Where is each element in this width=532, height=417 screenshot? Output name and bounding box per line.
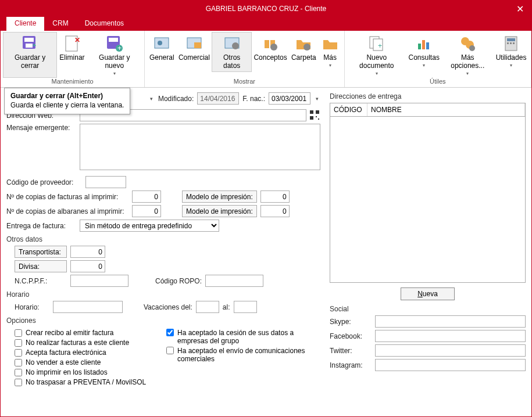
- svg-text:+: +: [117, 44, 122, 52]
- check-no-realizar[interactable]: No realizar facturas a este cliente: [15, 339, 160, 347]
- otros-datos-title: Otros datos: [6, 235, 320, 243]
- save-new-icon: +: [105, 34, 124, 53]
- ribbon-carpeta[interactable]: Carpeta: [289, 32, 318, 72]
- ncopias-fact-input[interactable]: [132, 190, 161, 203]
- svg-rect-1: [24, 38, 34, 42]
- ribbon-eliminar[interactable]: ✕ Eliminar: [57, 32, 87, 78]
- modificado-label: Modificado:: [158, 95, 194, 103]
- check-no-vender[interactable]: No vender a este cliente: [15, 358, 160, 366]
- vacaciones-al-input[interactable]: [234, 301, 257, 313]
- right-panel: Direcciones de entrega CÓDIGO NOMBRE NNu…: [326, 88, 531, 417]
- window-title: GABRIEL BARRANCO CRUZ - Cliente: [206, 5, 327, 13]
- svg-rect-36: [316, 116, 317, 117]
- twitter-input[interactable]: [375, 344, 526, 357]
- transportista-input[interactable]: [70, 246, 105, 258]
- ribbon-group-label: Mostrar: [234, 78, 255, 85]
- chevron-down-icon: ▾: [376, 71, 378, 76]
- chevron-down-icon: ▾: [329, 63, 331, 68]
- horario-title: Horario: [6, 290, 320, 299]
- check-no-imprimir[interactable]: No imprimir en los listados: [15, 368, 160, 376]
- ncopias-fact-label: Nº de copias de facturas al imprimir:: [6, 193, 128, 201]
- ribbon-utilidades[interactable]: Utilidades ▾: [494, 32, 529, 78]
- direcciones-table[interactable]: CÓDIGO NOMBRE: [330, 103, 526, 283]
- check-acepta-comms[interactable]: Ha aceptado el envío de comunicaciones c…: [166, 347, 320, 363]
- modelo-alb-input[interactable]: [260, 205, 290, 217]
- svg-rect-6: [109, 38, 118, 42]
- tab-cliente[interactable]: Cliente: [6, 17, 44, 31]
- divisa-input[interactable]: [70, 260, 105, 272]
- ribbon-conceptos[interactable]: Conceptos: [252, 32, 289, 72]
- horario-input[interactable]: [53, 301, 123, 313]
- chevron-down-icon: ▾: [466, 71, 469, 76]
- al-label: al:: [223, 303, 230, 311]
- main-tabs: Cliente CRM Documentos: [1, 17, 531, 31]
- tooltip-body: Guarda el cliente y cierra la ventana.: [10, 101, 124, 109]
- modelo-impresion-fact-button[interactable]: Modelo de impresión:: [182, 190, 257, 203]
- check-acepta-cesion[interactable]: Ha aceptado la cesión de sus datos a emp…: [166, 329, 320, 345]
- mensaje-textarea[interactable]: [80, 124, 320, 170]
- ribbon: Guardar y cerrar ✕ Eliminar + Guardar y …: [1, 31, 531, 88]
- vacaciones-del-label: Vacaciones del:: [144, 303, 192, 311]
- codigo-proveedor-input[interactable]: [85, 176, 126, 188]
- modelo-fact-input[interactable]: [260, 190, 290, 203]
- chevron-down-icon: ▾: [423, 63, 425, 68]
- fnac-label: F. nac.:: [242, 95, 265, 103]
- close-button[interactable]: ✕: [508, 1, 531, 17]
- modelo-impresion-alb-button[interactable]: Modelo de impresión:: [182, 205, 257, 217]
- entrega-factura-label: Entrega de factura:: [6, 222, 76, 230]
- ribbon-group-label: Mantenimiento: [51, 78, 93, 85]
- vacaciones-del-input[interactable]: [196, 301, 219, 313]
- ribbon-guardar-cerrar[interactable]: Guardar y cerrar: [3, 32, 57, 78]
- tab-documentos[interactable]: Documentos: [77, 17, 132, 31]
- col-codigo[interactable]: CÓDIGO: [330, 103, 367, 116]
- check-acepta-elec[interactable]: Acepta factura electrónica: [15, 348, 160, 357]
- svg-point-27: [469, 45, 475, 51]
- col-nombre[interactable]: NOMBRE: [367, 103, 525, 116]
- ribbon-general[interactable]: General: [147, 32, 176, 72]
- nueva-button[interactable]: NNuevaueva: [401, 287, 455, 300]
- gear-people-icon: [458, 34, 477, 53]
- table-header: CÓDIGO NOMBRE: [330, 103, 525, 117]
- transportista-button[interactable]: Transportista:: [15, 246, 67, 258]
- ribbon-mas[interactable]: Más ▾: [318, 32, 341, 72]
- general-icon: [152, 34, 171, 53]
- ribbon-comercial[interactable]: Comercial: [176, 32, 212, 72]
- fnac-field[interactable]: [269, 92, 310, 105]
- ncppf-input[interactable]: [70, 275, 128, 287]
- title-bar: GABRIEL BARRANCO CRUZ - Cliente ✕: [1, 1, 531, 17]
- ribbon-mas-opciones[interactable]: Más opciones... ▾: [441, 32, 494, 78]
- skype-input[interactable]: [375, 315, 526, 328]
- codigo-ropo-label: Código ROPO:: [155, 277, 202, 285]
- ribbon-consultas[interactable]: Consultas ▾: [406, 32, 442, 78]
- social-title: Social: [330, 305, 526, 313]
- chart-icon: [415, 34, 433, 53]
- tab-crm[interactable]: CRM: [44, 17, 76, 31]
- opciones-title: Opciones: [6, 317, 320, 325]
- ribbon-otros-datos[interactable]: Otros datos: [212, 32, 252, 72]
- qr-icon[interactable]: [310, 110, 320, 121]
- svg-text:+: +: [378, 42, 382, 50]
- divisa-button[interactable]: Divisa:: [15, 260, 67, 272]
- ribbon-group-mantenimiento: Guardar y cerrar ✕ Eliminar + Guardar y …: [1, 31, 145, 87]
- mas-icon: [321, 34, 340, 53]
- save-close-icon: [21, 34, 40, 53]
- ribbon-group-mostrar: General Comercial Otros datos Conceptos …: [145, 31, 345, 87]
- chevron-down-icon[interactable]: ▾: [148, 96, 155, 102]
- entrega-factura-select[interactable]: Sin método de entrega predefinido: [80, 220, 219, 232]
- ribbon-nuevo-documento[interactable]: + Nuevo documento ▾: [347, 32, 406, 78]
- instagram-input[interactable]: [375, 359, 526, 371]
- svg-rect-12: [194, 42, 201, 48]
- ribbon-guardar-nuevo[interactable]: + Guardar y nuevo ▾: [87, 32, 142, 78]
- otros-datos-icon: [223, 34, 241, 53]
- facebook-input[interactable]: [375, 330, 526, 342]
- chevron-down-icon[interactable]: ▾: [314, 96, 320, 102]
- codigo-ropo-input[interactable]: [205, 275, 263, 287]
- ncopias-alb-input[interactable]: [132, 205, 161, 217]
- check-crear-recibo[interactable]: Crear recibo al emitir factura: [15, 329, 160, 337]
- svg-rect-22: [418, 44, 421, 49]
- check-no-traspasar[interactable]: No traspasar a PREVENTA / MovilSOL: [15, 378, 160, 386]
- svg-rect-15: [265, 40, 269, 48]
- codigo-proveedor-label: Código de proveedor:: [6, 178, 82, 186]
- svg-point-14: [232, 42, 239, 49]
- svg-text:✕: ✕: [74, 36, 80, 44]
